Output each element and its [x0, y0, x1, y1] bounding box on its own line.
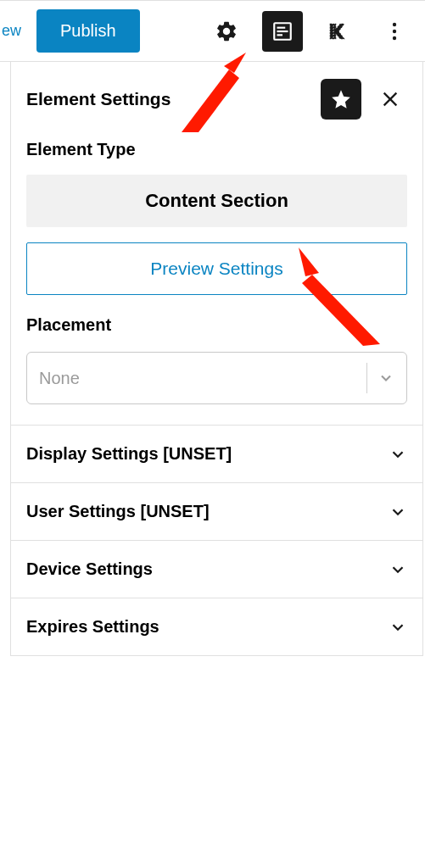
chevron-down-icon	[377, 370, 394, 387]
publish-button[interactable]: Publish	[36, 9, 140, 53]
element-panel-icon[interactable]	[262, 11, 303, 52]
chevron-down-icon	[389, 618, 407, 637]
svg-point-4	[393, 22, 396, 25]
accordion-display-settings[interactable]: Display Settings [UNSET]	[11, 426, 422, 483]
panel-title: Element Settings	[26, 89, 309, 109]
settings-panel: Element Settings Element Type Content Se…	[10, 62, 423, 656]
select-separator	[366, 363, 367, 393]
preview-link[interactable]: ew	[2, 22, 21, 40]
accordion-user-settings[interactable]: User Settings [UNSET]	[11, 483, 422, 541]
element-type-value: Content Section	[26, 175, 407, 227]
element-type-section: Element Type Content Section Preview Set…	[11, 140, 422, 426]
close-icon[interactable]	[373, 82, 407, 116]
svg-point-6	[393, 36, 396, 39]
chevron-down-icon	[389, 503, 407, 521]
panel-header: Element Settings	[11, 62, 422, 140]
star-button[interactable]	[321, 79, 361, 120]
placement-selected-value: None	[39, 369, 356, 388]
placement-label: Placement	[26, 315, 407, 335]
accordion-label: Device Settings	[26, 559, 389, 579]
accordion-expires-settings[interactable]: Expires Settings	[11, 598, 422, 656]
placement-select[interactable]: None	[26, 352, 407, 404]
element-type-label: Element Type	[26, 140, 407, 159]
settings-gear-icon[interactable]	[206, 11, 247, 52]
accordion-label: Expires Settings	[26, 617, 389, 637]
accordion-device-settings[interactable]: Device Settings	[11, 541, 422, 598]
kadence-icon[interactable]	[318, 11, 359, 52]
accordion-label: Display Settings [UNSET]	[26, 444, 389, 464]
accordion-label: User Settings [UNSET]	[26, 502, 389, 521]
preview-settings-button[interactable]: Preview Settings	[26, 242, 407, 295]
svg-point-5	[393, 29, 396, 32]
more-options-icon[interactable]	[374, 11, 415, 52]
topbar: ew Publish	[0, 0, 425, 62]
chevron-down-icon	[389, 560, 407, 579]
chevron-down-icon	[389, 445, 407, 464]
